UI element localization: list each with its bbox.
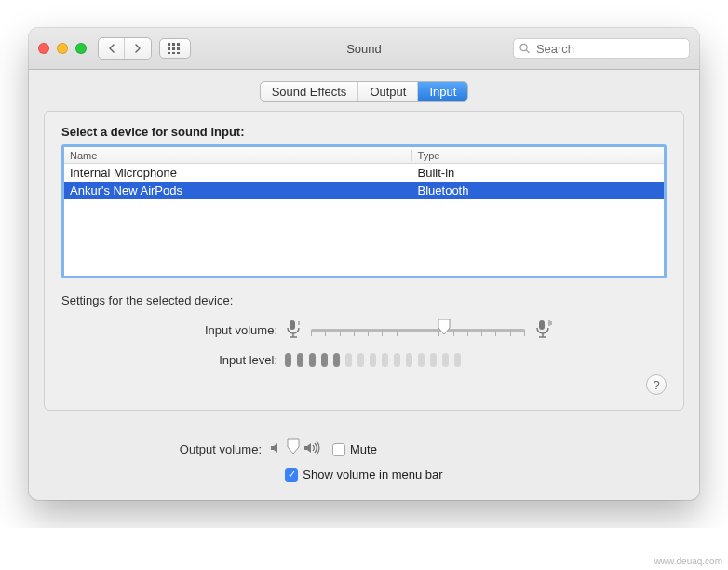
- svg-line-10: [526, 50, 529, 53]
- level-segment: [333, 353, 340, 367]
- show-volume-label: Show volume in menu bar: [303, 468, 442, 482]
- checkbox-box[interactable]: ✓: [285, 468, 298, 482]
- sound-preferences-window: Sound Sound Effects Output Input Select …: [29, 28, 699, 500]
- tab-sound-effects[interactable]: Sound Effects: [261, 82, 359, 101]
- column-name[interactable]: Name: [64, 150, 412, 161]
- device-name: Ankur's New AirPods: [64, 183, 412, 197]
- level-segment: [309, 353, 316, 367]
- mute-checkbox[interactable]: Mute: [332, 442, 377, 456]
- input-device-table[interactable]: Name Type Internal Microphone Built-in A…: [61, 144, 667, 278]
- level-segment: [357, 353, 364, 367]
- nav-back-forward: [98, 37, 152, 60]
- table-body: Internal Microphone Built-in Ankur's New…: [64, 164, 664, 199]
- window-controls: [38, 43, 87, 54]
- speaker-quiet-icon: [269, 441, 284, 458]
- table-row[interactable]: Internal Microphone Built-in: [64, 164, 664, 182]
- input-level-row: Input level:: [61, 353, 667, 367]
- checkbox-box[interactable]: [332, 443, 345, 456]
- level-segment: [345, 353, 352, 367]
- input-pane: Select a device for sound input: Name Ty…: [44, 111, 684, 411]
- microphone-quiet-icon: [285, 319, 302, 342]
- svg-rect-7: [172, 52, 175, 54]
- level-segment: [430, 353, 437, 367]
- level-segment: [418, 353, 425, 367]
- minimize-window-button[interactable]: [57, 43, 68, 54]
- help-button[interactable]: ?: [646, 374, 667, 395]
- svg-rect-6: [168, 52, 170, 54]
- level-segment: [297, 353, 303, 367]
- slider-thumb[interactable]: [438, 319, 451, 335]
- tabs-row: Sound Effects Output Input: [29, 70, 699, 111]
- output-volume-label: Output volume:: [44, 442, 269, 456]
- table-row[interactable]: Ankur's New AirPods Bluetooth: [64, 182, 664, 199]
- sound-tabs: Sound Effects Output Input: [260, 81, 469, 102]
- window-titlebar: Sound: [29, 28, 699, 70]
- microphone-loud-icon: [534, 319, 553, 342]
- output-volume-row: Output volume: Mute: [44, 441, 684, 458]
- level-segment: [370, 353, 376, 367]
- mute-label: Mute: [350, 442, 377, 456]
- show-volume-menubar-checkbox[interactable]: ✓ Show volume in menu bar: [285, 468, 442, 482]
- forward-button[interactable]: [125, 38, 151, 59]
- svg-rect-3: [168, 48, 170, 50]
- show-all-button[interactable]: [159, 38, 191, 59]
- svg-rect-0: [168, 43, 170, 46]
- slider-thumb[interactable]: [287, 438, 300, 455]
- settings-heading: Settings for the selected device:: [61, 293, 667, 307]
- tab-output[interactable]: Output: [358, 82, 418, 101]
- device-type: Bluetooth: [412, 183, 664, 197]
- close-window-button[interactable]: [38, 43, 49, 54]
- level-segment: [285, 353, 291, 367]
- svg-rect-2: [177, 43, 180, 46]
- svg-rect-4: [172, 48, 175, 50]
- device-type: Built-in: [412, 166, 664, 180]
- level-segment: [406, 353, 412, 367]
- input-volume-slider[interactable]: [311, 322, 525, 339]
- svg-rect-5: [177, 48, 180, 50]
- search-field[interactable]: [513, 38, 690, 59]
- svg-rect-8: [177, 52, 180, 54]
- level-segment: [442, 353, 449, 367]
- footer: Output volume: Mute: [29, 429, 699, 500]
- select-device-heading: Select a device for sound input:: [61, 125, 667, 139]
- level-segment: [321, 353, 328, 367]
- table-header: Name Type: [64, 147, 664, 164]
- tab-input[interactable]: Input: [418, 82, 467, 101]
- level-segment: [394, 353, 400, 367]
- level-segment: [382, 353, 388, 367]
- device-name: Internal Microphone: [64, 166, 412, 180]
- input-volume-label: Input volume:: [61, 323, 285, 337]
- svg-rect-15: [539, 320, 545, 330]
- input-volume-row: Input volume:: [61, 319, 667, 342]
- zoom-window-button[interactable]: [75, 43, 87, 54]
- input-level-meter: [285, 353, 461, 367]
- svg-rect-11: [290, 320, 295, 330]
- input-level-label: Input level:: [61, 353, 285, 367]
- speaker-loud-icon: [303, 441, 323, 458]
- search-icon: [519, 43, 530, 54]
- back-button[interactable]: [99, 38, 125, 59]
- svg-rect-1: [172, 43, 175, 46]
- level-segment: [454, 353, 461, 367]
- column-type[interactable]: Type: [412, 150, 664, 161]
- search-input[interactable]: [534, 41, 683, 57]
